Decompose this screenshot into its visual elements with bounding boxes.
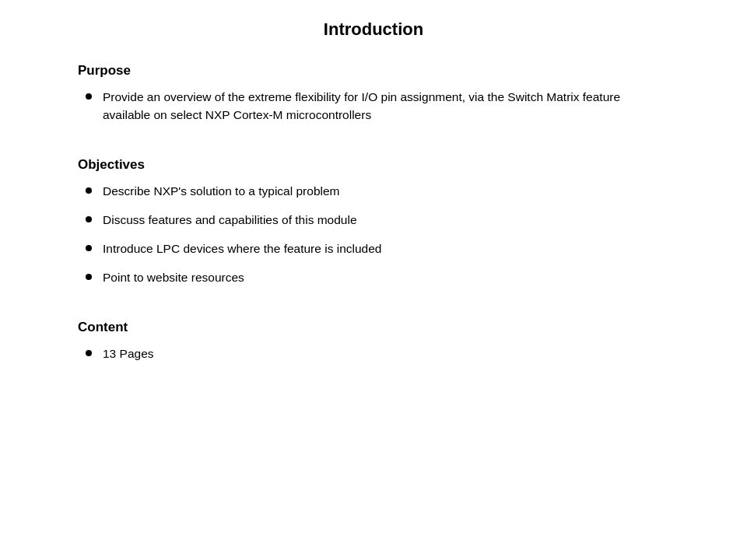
list-item: Provide an overview of the extreme flexi… xyxy=(86,88,630,124)
bullet-dot-icon xyxy=(86,93,92,100)
bullet-text: Point to website resources xyxy=(103,268,669,286)
section-purpose: Purpose Provide an overview of the extre… xyxy=(78,63,669,135)
section-content: Content 13 Pages xyxy=(78,320,669,373)
bullet-dot-icon xyxy=(86,274,92,280)
bullet-list-purpose: Provide an overview of the extreme flexi… xyxy=(78,88,669,124)
list-item: Discuss features and capabilities of thi… xyxy=(86,211,669,229)
bullet-text: Discuss features and capabilities of thi… xyxy=(103,211,669,229)
list-item: Point to website resources xyxy=(86,268,669,286)
bullet-text: Provide an overview of the extreme flexi… xyxy=(103,88,630,124)
section-heading-content: Content xyxy=(78,320,669,335)
section-heading-objectives: Objectives xyxy=(78,157,669,173)
page-title: Introduction xyxy=(78,16,669,40)
bullet-text: Describe NXP's solution to a typical pro… xyxy=(103,182,669,200)
bullet-dot-icon xyxy=(86,187,92,194)
bullet-list-content: 13 Pages xyxy=(78,345,669,362)
section-objectives: Objectives Describe NXP's solution to a … xyxy=(78,157,669,298)
bullet-text: Introduce LPC devices where the feature … xyxy=(103,240,669,257)
list-item: Describe NXP's solution to a typical pro… xyxy=(86,182,669,200)
list-item: 13 Pages xyxy=(86,345,669,362)
bullet-dot-icon xyxy=(86,216,92,222)
bullet-text: 13 Pages xyxy=(103,345,669,362)
bullet-dot-icon xyxy=(86,245,92,251)
section-heading-purpose: Purpose xyxy=(78,63,669,79)
list-item: Introduce LPC devices where the feature … xyxy=(86,240,669,257)
page-container: Introduction Purpose Provide an overview… xyxy=(0,0,747,560)
bullet-list-objectives: Describe NXP's solution to a typical pro… xyxy=(78,182,669,287)
bullet-dot-icon xyxy=(86,350,92,356)
